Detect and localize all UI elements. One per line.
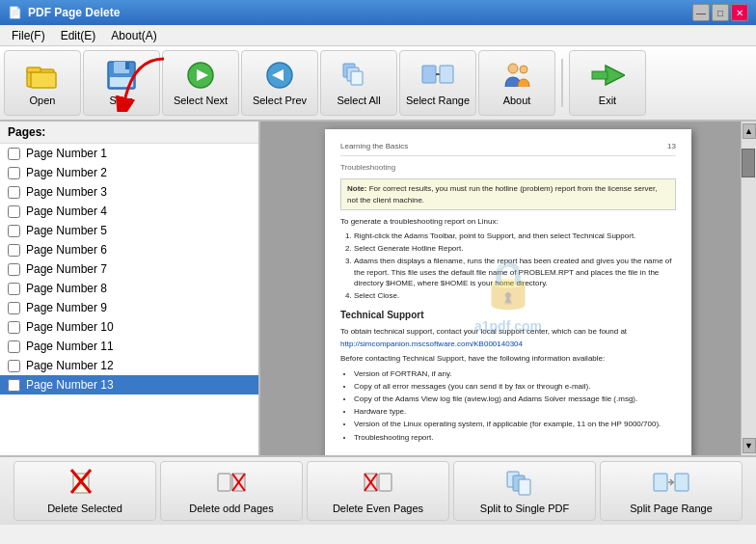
page-item[interactable]: Page Number 9 — [0, 298, 258, 317]
page-item[interactable]: Page Number 13 — [0, 375, 258, 394]
doc-bullet: Version of FORTRAN, if any. — [354, 368, 676, 379]
save-button[interactable]: Save — [83, 50, 160, 116]
page-checkbox[interactable] — [8, 263, 20, 276]
svg-rect-2 — [31, 72, 56, 88]
svg-rect-13 — [351, 71, 363, 85]
page-item[interactable]: Page Number 2 — [0, 163, 258, 182]
page-checkbox[interactable] — [8, 321, 20, 334]
doc-body-intro: To generate a troubleshooting report on … — [340, 216, 676, 227]
select-next-icon — [185, 60, 216, 91]
page-checkbox[interactable] — [8, 379, 20, 392]
doc-bullets-list: Version of FORTRAN, if any.Copy of all e… — [340, 368, 676, 443]
svg-rect-14 — [422, 66, 436, 83]
open-icon — [25, 60, 60, 91]
select-range-button[interactable]: Select Range — [399, 50, 476, 116]
page-item[interactable]: Page Number 12 — [0, 356, 258, 375]
select-all-button[interactable]: Select All — [320, 50, 397, 116]
app-icon: 📄 — [8, 6, 22, 19]
doc-header-sub: Troubleshooting — [340, 162, 676, 173]
scroll-up-button[interactable]: ▲ — [742, 123, 756, 139]
doc-step: Select Generate Hotline Report. — [354, 243, 676, 254]
delete-even-button[interactable]: Delete Even Pages — [307, 461, 449, 521]
minimize-button[interactable]: — — [692, 4, 710, 21]
close-button[interactable]: ✕ — [731, 4, 748, 21]
page-label: Page Number 12 — [26, 359, 114, 372]
menu-bar: File(F) Edit(E) About(A) — [0, 25, 756, 46]
select-next-label: Select Next — [174, 95, 228, 106]
exit-icon — [590, 60, 625, 91]
page-item[interactable]: Page Number 7 — [0, 259, 258, 279]
bottom-toolbar: Delete Selected Delete odd Pages Delete … — [0, 455, 756, 525]
page-checkbox[interactable] — [8, 302, 20, 314]
window-title: PDF Page Delete — [28, 6, 120, 19]
page-label: Page Number 9 — [26, 301, 107, 314]
page-label: Page Number 1 — [26, 147, 107, 160]
delete-odd-button[interactable]: Delete odd Pages — [160, 461, 303, 521]
split-single-icon — [505, 468, 544, 499]
page-item[interactable]: Page Number 6 — [0, 240, 258, 259]
sidebar: Pages: Page Number 1Page Number 2Page Nu… — [0, 122, 260, 455]
menu-file[interactable]: File(F) — [6, 27, 51, 44]
about-button[interactable]: About — [478, 50, 555, 116]
split-range-label: Split Page Range — [630, 503, 713, 514]
select-all-icon — [341, 60, 376, 91]
page-checkbox[interactable] — [8, 186, 20, 199]
page-label: Page Number 6 — [26, 243, 107, 257]
svg-rect-6 — [110, 77, 133, 87]
delete-odd-icon — [216, 468, 247, 499]
exit-label: Exit — [599, 95, 616, 106]
save-icon — [106, 60, 137, 91]
page-item[interactable]: Page Number 8 — [0, 279, 258, 298]
menu-edit[interactable]: Edit(E) — [55, 27, 102, 44]
about-icon — [500, 60, 534, 91]
open-button[interactable]: Open — [4, 50, 81, 116]
doc-before-text: Before contacting Technical Support, hav… — [340, 353, 676, 364]
page-label: Page Number 8 — [26, 282, 107, 295]
svg-rect-30 — [379, 474, 392, 491]
page-checkbox[interactable] — [8, 360, 20, 372]
page-checkbox[interactable] — [8, 205, 20, 218]
maximize-button[interactable]: □ — [712, 4, 729, 21]
page-label: Page Number 10 — [26, 320, 114, 334]
select-next-button[interactable]: Select Next — [162, 50, 239, 116]
page-item[interactable]: Page Number 10 — [0, 317, 258, 337]
svg-point-18 — [520, 66, 527, 73]
doc-step: Right-click the Adams Toolbar, point to … — [354, 231, 676, 241]
delete-odd-label: Delete odd Pages — [189, 503, 273, 514]
delete-selected-icon — [69, 468, 100, 499]
split-single-button[interactable]: Split to Single PDF — [453, 461, 596, 521]
delete-selected-button[interactable]: Delete Selected — [14, 461, 156, 521]
menu-about[interactable]: About(A) — [105, 27, 162, 44]
page-item[interactable]: Page Number 11 — [0, 337, 258, 356]
page-label: Page Number 5 — [26, 224, 107, 237]
page-item[interactable]: Page Number 4 — [0, 202, 258, 221]
doc-tech-url: http://simcompanion.mscsoftware.com/KB00… — [340, 339, 676, 349]
page-checkbox[interactable] — [8, 283, 20, 295]
select-prev-button[interactable]: Select Prev — [241, 50, 318, 116]
doc-step: Select Close. — [354, 290, 676, 301]
doc-note-text: For correct results, you must run the ho… — [347, 184, 657, 204]
select-prev-label: Select Prev — [253, 95, 307, 106]
page-list: Page Number 1Page Number 2Page Number 3P… — [0, 144, 258, 394]
split-range-icon — [652, 468, 690, 499]
doc-bullet: Troubleshooting report. — [354, 432, 676, 443]
title-bar: 📄 PDF Page Delete — □ ✕ — [0, 0, 756, 25]
sidebar-header: Pages: — [0, 122, 258, 144]
split-range-button[interactable]: Split Page Range — [600, 461, 742, 521]
delete-even-icon — [363, 468, 393, 499]
page-item[interactable]: Page Number 5 — [0, 221, 258, 240]
vertical-scrollbar[interactable]: ▲ ▼ — [741, 122, 756, 455]
page-checkbox[interactable] — [8, 225, 20, 237]
scroll-down-button[interactable]: ▼ — [742, 438, 756, 453]
page-item[interactable]: Page Number 3 — [0, 182, 258, 202]
page-label: Page Number 2 — [26, 166, 107, 179]
exit-button[interactable]: Exit — [569, 50, 646, 116]
page-checkbox[interactable] — [8, 340, 20, 353]
scroll-thumb[interactable] — [742, 149, 755, 177]
page-checkbox[interactable] — [8, 244, 20, 257]
page-checkbox[interactable] — [8, 167, 20, 179]
doc-header-right: 13 — [667, 141, 676, 151]
page-item[interactable]: Page Number 1 — [0, 144, 258, 163]
page-checkbox[interactable] — [8, 148, 20, 160]
title-bar-controls: — □ ✕ — [692, 4, 748, 21]
